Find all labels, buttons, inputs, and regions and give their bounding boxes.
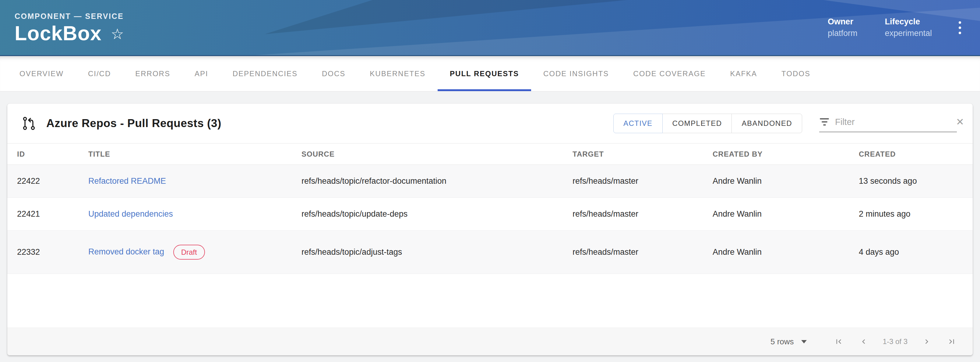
col-header-created: CREATED [859, 144, 973, 165]
tab-todos[interactable]: TODOS [769, 56, 822, 91]
tab-pull-requests[interactable]: PULL REQUESTS [438, 56, 531, 91]
first-page-button[interactable] [834, 337, 843, 346]
col-header-target: TARGET [572, 144, 712, 165]
pr-title-link[interactable]: Refactored README [88, 176, 166, 186]
card-title: Azure Repos - Pull Requests (3) [46, 117, 221, 130]
pr-created-by: Andre Wanlin [712, 165, 859, 198]
filter-completed-button[interactable]: COMPLETED [662, 114, 732, 133]
tab-overview[interactable]: OVERVIEW [7, 56, 76, 91]
owner-meta: Owner platform [828, 17, 858, 38]
entity-header: COMPONENT — SERVICE LockBox ☆ Owner plat… [0, 0, 980, 56]
pr-id: 22421 [7, 198, 88, 231]
pull-requests-table: ID TITLE SOURCE TARGET CREATED BY CREATE… [7, 143, 973, 274]
tab-kubernetes[interactable]: KUBERNETES [358, 56, 438, 91]
tab-dependencies[interactable]: DEPENDENCIES [221, 56, 310, 91]
tab-errors[interactable]: ERRORS [123, 56, 182, 91]
page-title: LockBox [14, 23, 102, 43]
pr-source: refs/heads/topic/refactor-documentation [301, 165, 572, 198]
filter-active-button[interactable]: ACTIVE [613, 114, 663, 133]
tab-api[interactable]: API [182, 56, 221, 91]
pr-created-by: Andre Wanlin [712, 231, 859, 274]
tab-docs[interactable]: DOCS [310, 56, 358, 91]
pr-created: 4 days ago [859, 231, 973, 274]
pr-created-by: Andre Wanlin [712, 198, 859, 231]
tab-code-coverage[interactable]: CODE COVERAGE [621, 56, 718, 91]
kebab-menu-icon[interactable] [956, 18, 964, 37]
pr-id: 22422 [7, 165, 88, 198]
pr-target: refs/heads/master [572, 231, 712, 274]
pr-source: refs/heads/topic/update-deps [301, 198, 572, 231]
filter-funnel-icon [820, 118, 829, 126]
lifecycle-label: Lifecycle [885, 17, 932, 27]
pagination-range: 1-3 of 3 [883, 337, 907, 346]
previous-page-button[interactable] [859, 337, 868, 346]
draft-badge: Draft [173, 245, 205, 260]
pr-id: 22332 [7, 231, 88, 274]
pr-state-filter-group: ACTIVE COMPLETED ABANDONED [613, 114, 802, 133]
dropdown-caret-icon [801, 340, 807, 343]
clear-filter-icon[interactable]: ✕ [956, 117, 964, 127]
next-page-button[interactable] [922, 337, 931, 346]
pull-requests-card: Azure Repos - Pull Requests (3) ACTIVE C… [7, 104, 973, 355]
tab-kafka[interactable]: KAFKA [718, 56, 769, 91]
col-header-id: ID [7, 144, 88, 165]
filter-input[interactable] [834, 117, 950, 128]
col-header-title: TITLE [88, 144, 301, 165]
favorite-star-icon[interactable]: ☆ [111, 25, 124, 41]
pr-title-link[interactable]: Updated dependencies [88, 209, 173, 218]
tab-bar: OVERVIEWCI/CDERRORSAPIDEPENDENCIESDOCSKU… [0, 56, 980, 91]
pr-created: 13 seconds ago [859, 165, 973, 198]
table-header-row: ID TITLE SOURCE TARGET CREATED BY CREATE… [7, 144, 973, 165]
table-row[interactable]: 22422 Refactored README refs/heads/topic… [7, 165, 973, 198]
pr-target: refs/heads/master [572, 165, 712, 198]
rows-per-page-select[interactable]: 5 rows [770, 337, 807, 346]
table-pagination: 5 rows 1-3 of 3 [7, 328, 973, 355]
owner-value: platform [828, 29, 858, 38]
col-header-created-by: CREATED BY [712, 144, 859, 165]
lifecycle-value: experimental [885, 29, 932, 38]
filter-abandoned-button[interactable]: ABANDONED [732, 114, 802, 133]
last-page-button[interactable] [947, 337, 956, 346]
pr-title-link[interactable]: Removed docker tag [88, 247, 164, 256]
tab-code-insights[interactable]: CODE INSIGHTS [531, 56, 621, 91]
owner-label: Owner [828, 17, 858, 27]
table-row[interactable]: 22421 Updated dependencies refs/heads/to… [7, 198, 973, 231]
git-pull-request-icon [22, 116, 36, 131]
filter-field: ✕ [819, 115, 957, 132]
col-header-source: SOURCE [301, 144, 572, 165]
breadcrumb: COMPONENT — SERVICE [14, 12, 124, 21]
tab-ci-cd[interactable]: CI/CD [76, 56, 123, 91]
lifecycle-meta: Lifecycle experimental [885, 17, 932, 38]
pr-source: refs/heads/topic/adjust-tags [301, 231, 572, 274]
pr-target: refs/heads/master [572, 198, 712, 231]
rows-per-page-value: 5 rows [770, 337, 794, 346]
table-row[interactable]: 22332 Removed docker tag Draft refs/head… [7, 231, 973, 274]
pr-created: 2 minutes ago [859, 198, 973, 231]
